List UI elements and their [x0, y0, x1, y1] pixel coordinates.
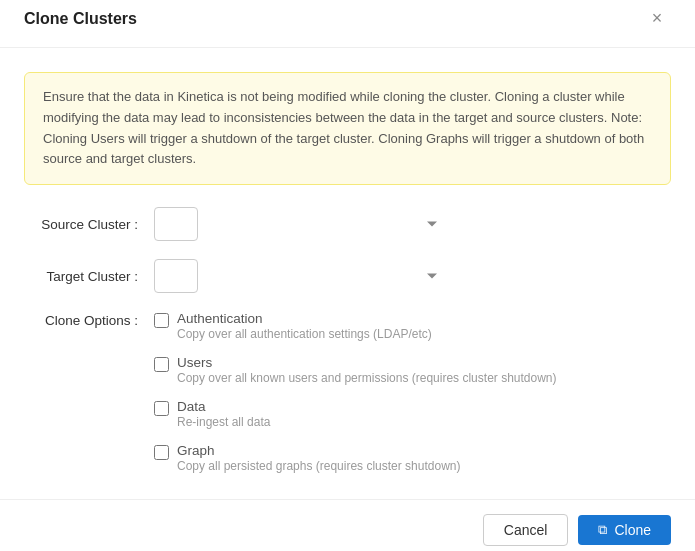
source-cluster-select-wrapper	[154, 207, 449, 241]
option-item: DataRe-ingest all data	[154, 399, 557, 429]
option-desc-users: Copy over all known users and permission…	[177, 371, 557, 385]
clone-clusters-modal: Clone Clusters × Ensure that the data in…	[0, 0, 695, 551]
options-list: AuthenticationCopy over all authenticati…	[154, 311, 557, 473]
option-text-block: UsersCopy over all known users and permi…	[177, 355, 557, 385]
option-item: UsersCopy over all known users and permi…	[154, 355, 557, 385]
option-checkbox-users[interactable]	[154, 357, 169, 372]
option-checkbox-data[interactable]	[154, 401, 169, 416]
option-name-data: Data	[177, 399, 270, 414]
option-desc-data: Re-ingest all data	[177, 415, 270, 429]
option-name-graph: Graph	[177, 443, 460, 458]
warning-box: Ensure that the data in Kinetica is not …	[24, 72, 671, 185]
target-cluster-select-wrapper	[154, 259, 449, 293]
option-name-users: Users	[177, 355, 557, 370]
close-button[interactable]: ×	[643, 5, 671, 33]
modal-overlay: Clone Clusters × Ensure that the data in…	[0, 0, 695, 551]
option-text-block: AuthenticationCopy over all authenticati…	[177, 311, 432, 341]
target-cluster-row: Target Cluster :	[24, 259, 671, 293]
target-cluster-select[interactable]	[154, 259, 198, 293]
option-desc-authentication: Copy over all authentication settings (L…	[177, 327, 432, 341]
clone-icon: ⧉	[598, 522, 607, 538]
option-checkbox-authentication[interactable]	[154, 313, 169, 328]
modal-header: Clone Clusters ×	[0, 0, 695, 48]
cancel-button[interactable]: Cancel	[483, 514, 569, 546]
option-desc-graph: Copy all persisted graphs (requires clus…	[177, 459, 460, 473]
clone-options-row: Clone Options : AuthenticationCopy over …	[24, 311, 671, 473]
modal-body: Ensure that the data in Kinetica is not …	[0, 48, 695, 489]
option-text-block: DataRe-ingest all data	[177, 399, 270, 429]
source-cluster-row: Source Cluster :	[24, 207, 671, 241]
option-checkbox-graph[interactable]	[154, 445, 169, 460]
clone-button[interactable]: ⧉ Clone	[578, 515, 671, 545]
source-cluster-select[interactable]	[154, 207, 198, 241]
modal-title: Clone Clusters	[24, 10, 137, 28]
clone-button-label: Clone	[614, 522, 651, 538]
warning-text: Ensure that the data in Kinetica is not …	[43, 89, 644, 166]
option-name-authentication: Authentication	[177, 311, 432, 326]
clone-options-label: Clone Options :	[24, 311, 154, 328]
option-item: AuthenticationCopy over all authenticati…	[154, 311, 557, 341]
option-text-block: GraphCopy all persisted graphs (requires…	[177, 443, 460, 473]
target-cluster-label: Target Cluster :	[24, 269, 154, 284]
modal-footer: Cancel ⧉ Clone	[0, 499, 695, 551]
option-item: GraphCopy all persisted graphs (requires…	[154, 443, 557, 473]
source-cluster-label: Source Cluster :	[24, 217, 154, 232]
